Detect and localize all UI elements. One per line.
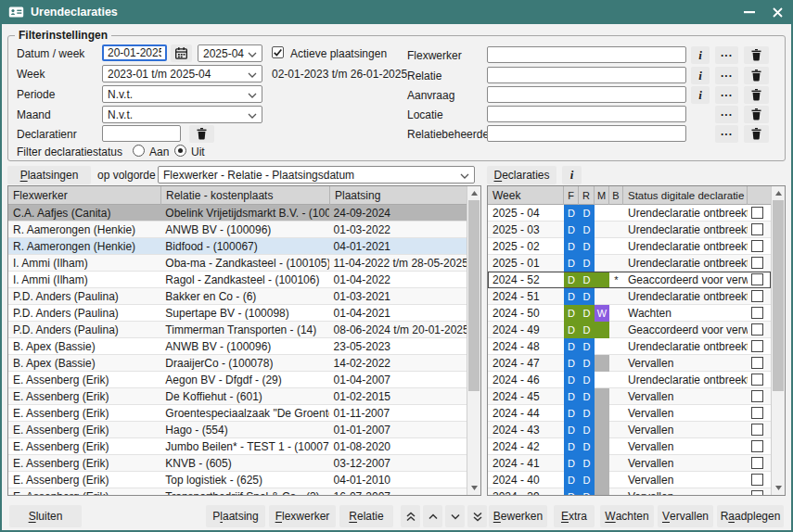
radio-aan[interactable] bbox=[133, 145, 145, 157]
plaatsing-button[interactable]: Plaatsing bbox=[206, 505, 265, 527]
declaratie-checkbox[interactable] bbox=[751, 307, 763, 319]
declaratie-checkbox[interactable] bbox=[751, 374, 763, 386]
plaatsing-row[interactable]: E. Assenberg (Erik) Groentespeciaalzaak … bbox=[8, 405, 467, 422]
scroll-up-icon[interactable] bbox=[467, 186, 480, 200]
sluiten-button[interactable]: Sluiten bbox=[9, 505, 82, 527]
plaatsing-row[interactable]: E. Assenberg (Erik) KNVB - (605) 03-12-2… bbox=[8, 455, 467, 472]
plaatsing-row[interactable]: P.D. Anders (Paulina) Timmerman Transpor… bbox=[8, 322, 467, 338]
info-button[interactable]: i bbox=[691, 86, 710, 104]
wachten-button[interactable]: Wachten bbox=[600, 505, 654, 527]
declaratie-row[interactable]: 2024 - 42 D D Vervallen bbox=[488, 438, 771, 455]
plaatsing-row[interactable]: R. Aamerongen (Henkie) ANWB BV - (100096… bbox=[8, 222, 467, 238]
filter-input[interactable] bbox=[487, 67, 686, 83]
declaratie-row[interactable]: 2025 - 02 D D Urendeclaratie ontbreekt bbox=[488, 238, 771, 255]
declaratie-checkbox[interactable] bbox=[751, 273, 763, 285]
scrollbar-thumb[interactable] bbox=[773, 200, 784, 391]
declaratie-row[interactable]: 2024 - 43 D D Vervallen bbox=[488, 422, 771, 438]
declaratie-row[interactable]: 2024 - 46 D D Urendeclaratie ontbreekt bbox=[488, 372, 771, 388]
plaatsing-row[interactable]: B. Apex (Bassie) DraaijerCo - (100078) 1… bbox=[8, 355, 467, 372]
declaratie-checkbox[interactable] bbox=[751, 474, 763, 486]
column-header-status[interactable]: Status digitale declaratie bbox=[623, 186, 748, 205]
info-button[interactable]: i bbox=[691, 46, 710, 64]
declaratie-checkbox[interactable] bbox=[751, 490, 763, 495]
lookup-button[interactable]: ... bbox=[715, 86, 738, 104]
declaraties-button[interactable]: Declaraties bbox=[487, 166, 556, 184]
declaratie-checkbox[interactable] bbox=[751, 240, 763, 252]
declaratie-row[interactable]: 2024 - 52 D D * Geaccordeerd voor verw..… bbox=[488, 272, 771, 288]
plaatsing-row[interactable]: P.D. Anders (Paulina) Supertape BV - (10… bbox=[8, 305, 467, 322]
declaratie-row[interactable]: 2024 - 48 D D Urendeclaratie ontbreekt bbox=[488, 338, 771, 355]
scroll-down-icon[interactable] bbox=[467, 481, 480, 495]
plaatsing-row[interactable]: E. Assenberg (Erik) Transportbedrijf Sne… bbox=[8, 488, 467, 495]
plaatsing-row[interactable]: E. Assenberg (Erik) Top logistiek - (625… bbox=[8, 472, 467, 488]
prev-button[interactable] bbox=[423, 505, 442, 527]
clear-button[interactable] bbox=[744, 106, 769, 123]
filter-input[interactable] bbox=[487, 106, 686, 122]
declaratie-checkbox[interactable] bbox=[751, 457, 763, 469]
declaratie-checkbox[interactable] bbox=[751, 257, 763, 269]
declaratie-checkbox[interactable] bbox=[751, 424, 763, 436]
scroll-down-icon[interactable] bbox=[772, 481, 785, 495]
plaatsing-row[interactable]: E. Assenberg (Erik) De Koffiehut - (601)… bbox=[8, 388, 467, 405]
plaatsing-row[interactable]: E. Assenberg (Erik) Aegon BV - Dfgdf - (… bbox=[8, 372, 467, 388]
clear-button[interactable] bbox=[744, 46, 769, 64]
filter-input[interactable] bbox=[487, 86, 686, 103]
bewerken-button[interactable]: Bewerken bbox=[489, 505, 547, 527]
plaatsing-row[interactable]: R. Aamerongen (Henkie) Bidfood - (100067… bbox=[8, 238, 467, 255]
clear-button[interactable] bbox=[744, 86, 769, 104]
column-header-flexwerker[interactable]: Flexwerker bbox=[8, 186, 161, 205]
column-header-r[interactable]: R bbox=[579, 186, 595, 205]
vervallen-button[interactable]: Vervallen bbox=[658, 505, 713, 527]
order-select[interactable]: Flexwerker - Relatie - Plaatsingsdatum bbox=[158, 166, 475, 184]
declaratie-row[interactable]: 2025 - 01 D D Urendeclaratie ontbreekt bbox=[488, 255, 771, 272]
plaatsing-row[interactable]: E. Assenberg (Erik) Jumbo Beilen* - TEST… bbox=[8, 438, 467, 455]
column-header-checkbox[interactable] bbox=[748, 186, 771, 205]
clear-button[interactable] bbox=[744, 125, 769, 143]
column-header-m[interactable]: M bbox=[595, 186, 609, 205]
plaatsing-row[interactable]: B. Apex (Bassie) ANWB BV - (100096) 23-0… bbox=[8, 338, 467, 355]
declaratie-row[interactable]: 2025 - 03 D D Urendeclaratie ontbreekt bbox=[488, 222, 771, 238]
clear-button[interactable] bbox=[744, 67, 769, 84]
plaatsingen-scrollbar[interactable] bbox=[467, 186, 480, 495]
close-button[interactable] bbox=[771, 6, 784, 19]
plaatsing-row[interactable]: P.D. Anders (Paulina) Bakker en Co - (6)… bbox=[8, 288, 467, 305]
lookup-button[interactable]: ... bbox=[715, 46, 738, 64]
declaratie-checkbox[interactable] bbox=[751, 440, 763, 452]
column-header-plaatsing[interactable]: Plaatsing bbox=[330, 186, 468, 205]
declaratie-checkbox[interactable] bbox=[751, 323, 763, 336]
declaratie-checkbox[interactable] bbox=[751, 223, 763, 235]
raadplegen-button[interactable]: Raadplegen bbox=[717, 505, 784, 527]
declaraties-info-button[interactable]: i bbox=[562, 166, 582, 184]
scrollbar-thumb[interactable] bbox=[468, 200, 480, 391]
column-header-f[interactable]: F bbox=[564, 186, 579, 205]
declaratie-checkbox[interactable] bbox=[751, 357, 763, 369]
filter-input[interactable] bbox=[487, 46, 686, 63]
column-header-week[interactable]: Week bbox=[488, 186, 564, 205]
relatie-button[interactable]: Relatie bbox=[339, 505, 393, 527]
plaatsing-row[interactable]: I. Ammi (Ilham) Ragol - Zandkasteel - (1… bbox=[8, 272, 467, 288]
lookup-button[interactable]: ... bbox=[715, 125, 738, 143]
declaratie-row[interactable]: 2024 - 50 D D W Wachten bbox=[488, 305, 771, 322]
first-button[interactable] bbox=[401, 505, 420, 527]
declaraties-scrollbar[interactable] bbox=[771, 186, 785, 495]
flexwerker-button[interactable]: Flexwerker bbox=[269, 505, 336, 527]
info-button[interactable]: i bbox=[691, 67, 710, 84]
declaratie-checkbox[interactable] bbox=[751, 340, 763, 352]
lookup-button[interactable]: ... bbox=[715, 106, 738, 123]
radio-uit[interactable] bbox=[174, 145, 186, 157]
filter-input[interactable] bbox=[487, 125, 686, 142]
declaratie-row[interactable]: 2024 - 40 D D Vervallen bbox=[488, 472, 771, 488]
plaatsing-row[interactable]: I. Ammi (Ilham) Oba-ma - Zandkasteel - (… bbox=[8, 255, 467, 272]
plaatsing-row[interactable]: C.A. Aafjes (Canita) Obelink Vrijetijdsm… bbox=[8, 205, 467, 222]
declaratie-checkbox[interactable] bbox=[751, 207, 763, 219]
next-button[interactable] bbox=[445, 505, 465, 527]
declaratie-row[interactable]: 2024 - 49 D D Geaccordeerd voor verw... bbox=[488, 322, 771, 338]
last-button[interactable] bbox=[467, 505, 487, 527]
column-header-relatie[interactable]: Relatie - kostenplaats bbox=[161, 186, 330, 205]
declaratie-row[interactable]: 2024 - 44 D D Vervallen bbox=[488, 405, 771, 422]
plaatsingen-button[interactable]: Plaatsingen bbox=[7, 166, 91, 184]
declaratie-row[interactable]: 2024 - 47 D D Vervallen bbox=[488, 355, 771, 372]
declaratie-row[interactable]: 2025 - 04 D D Urendeclaratie ontbreekt bbox=[488, 205, 771, 222]
declaratie-row[interactable]: 2024 - 39 D D Vervallen bbox=[488, 488, 771, 495]
extra-button[interactable]: Extra bbox=[554, 505, 595, 527]
